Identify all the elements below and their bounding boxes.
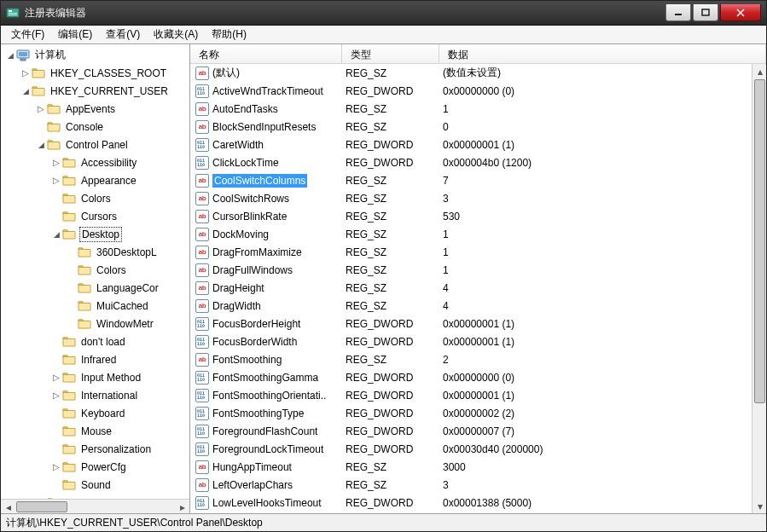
menu-help[interactable]: 帮助(H): [205, 26, 253, 43]
value-row[interactable]: 011110FontSmoothingOrientati..REG_DWORD0…: [190, 386, 766, 404]
tree-node[interactable]: 360DesktopL: [1, 243, 189, 261]
tree-node[interactable]: Colors: [1, 261, 189, 279]
scroll-right-arrow-icon[interactable]: ▸: [175, 500, 189, 513]
tree-node[interactable]: 计算机: [1, 46, 189, 64]
tree-node[interactable]: Appearance: [1, 171, 189, 189]
tree-node[interactable]: Accessibility: [1, 153, 189, 171]
tree-node[interactable]: Personalization: [1, 440, 189, 458]
expand-icon[interactable]: [50, 176, 62, 185]
value-row[interactable]: abBlockSendInputResetsREG_SZ0: [190, 118, 766, 136]
value-row[interactable]: 011110FocusBorderHeightREG_DWORD0x000000…: [190, 315, 766, 332]
value-type-cell: REG_SZ: [342, 228, 439, 240]
expand-icon[interactable]: [50, 462, 62, 471]
value-row[interactable]: abCursorBlinkRateREG_SZ530: [190, 207, 766, 225]
scroll-down-arrow-icon[interactable]: ▾: [752, 499, 766, 513]
svg-text:110: 110: [197, 395, 205, 400]
value-row[interactable]: 011110FocusBorderWidthREG_DWORD0x0000000…: [190, 332, 766, 350]
tree-node[interactable]: Desktop: [1, 225, 189, 243]
value-name-cell: abDragFromMaximize: [190, 246, 342, 259]
value-row[interactable]: 011110ClickLockTimeREG_DWORD0x000004b0 (…: [190, 153, 766, 171]
expand-icon[interactable]: [35, 104, 47, 113]
close-button[interactable]: [720, 4, 761, 21]
value-type-cell: REG_DWORD: [342, 390, 439, 402]
collapse-icon[interactable]: [4, 50, 16, 60]
collapse-icon[interactable]: [20, 86, 32, 95]
tree-node[interactable]: don't load: [1, 332, 189, 350]
binary-icon: 011110: [195, 138, 209, 152]
value-row[interactable]: abDragFullWindowsREG_SZ1: [190, 261, 766, 279]
scroll-left-arrow-icon[interactable]: ◂: [1, 500, 15, 513]
expand-icon[interactable]: [50, 390, 62, 400]
value-row[interactable]: 011110LowLevelHooksTimeoutREG_DWORD0x000…: [190, 494, 766, 512]
menu-file[interactable]: 文件(F): [4, 26, 51, 43]
tree-node[interactable]: LanguageCor: [1, 279, 189, 297]
tree-node[interactable]: Mouse: [1, 422, 189, 440]
scroll-thumb[interactable]: [754, 79, 765, 403]
value-row[interactable]: abCoolSwitchRowsREG_SZ3: [190, 189, 766, 207]
column-name[interactable]: 名称: [190, 44, 342, 63]
value-row[interactable]: abDragWidthREG_SZ4: [190, 297, 766, 315]
value-data-cell: 1: [439, 264, 766, 276]
collapse-icon[interactable]: [35, 140, 47, 149]
tree-node-label: HKEY_CLASSES_ROOT: [49, 66, 168, 80]
value-row[interactable]: 011110FontSmoothingTypeREG_DWORD0x000000…: [190, 404, 766, 422]
expand-icon[interactable]: [20, 68, 32, 78]
tree-node[interactable]: Input Method: [1, 368, 189, 386]
value-row[interactable]: 011110ActiveWndTrackTimeoutREG_DWORD0x00…: [190, 82, 766, 100]
value-data-cell: 4: [439, 282, 766, 294]
tree-node[interactable]: AppEvents: [1, 100, 189, 118]
tree-node[interactable]: Control Panel: [1, 136, 189, 153]
value-data-cell: 3: [439, 193, 766, 205]
tree-node[interactable]: MuiCached: [1, 297, 189, 315]
value-name-cell: 011110FontSmoothingType: [190, 407, 342, 420]
string-icon: ab: [195, 210, 209, 223]
value-row[interactable]: abDragFromMaximizeREG_SZ1: [190, 243, 766, 261]
folder-icon: [62, 478, 76, 492]
value-row[interactable]: ab(默认)REG_SZ(数值未设置): [190, 64, 766, 82]
value-row[interactable]: abCoolSwitchColumnsREG_SZ7: [190, 171, 766, 189]
tree-node[interactable]: Console: [1, 118, 189, 136]
tree-node[interactable]: HKEY_CURRENT_USER: [1, 82, 189, 100]
tree-node[interactable]: WindowMetr: [1, 315, 189, 332]
value-type-cell: REG_SZ: [342, 211, 439, 223]
tree-node[interactable]: Cursors: [1, 207, 189, 225]
tree-node[interactable]: Sound: [1, 476, 189, 494]
value-list[interactable]: ab(默认)REG_SZ(数值未设置)011110ActiveWndTrackT…: [190, 64, 766, 513]
titlebar[interactable]: 注册表编辑器: [1, 1, 766, 26]
menu-edit[interactable]: 编辑(E): [51, 26, 99, 43]
registry-tree[interactable]: 计算机HKEY_CLASSES_ROOTHKEY_CURRENT_USERApp…: [1, 44, 189, 499]
tree-horizontal-scrollbar[interactable]: ◂ ▸: [1, 499, 189, 513]
expand-icon[interactable]: [50, 158, 62, 167]
tree-node[interactable]: Colors: [1, 189, 189, 207]
tree-node[interactable]: HKEY_CLASSES_ROOT: [1, 64, 189, 82]
column-type[interactable]: 类型: [342, 44, 439, 63]
value-row[interactable]: abLeftOverlapCharsREG_SZ3: [190, 476, 766, 494]
scroll-thumb[interactable]: [16, 501, 67, 512]
tree-node[interactable]: PowerCfg: [1, 458, 189, 476]
value-row[interactable]: abFontSmoothingREG_SZ2: [190, 350, 766, 368]
value-row[interactable]: abHungAppTimeoutREG_SZ3000: [190, 458, 766, 476]
column-data[interactable]: 数据: [439, 44, 766, 63]
svg-rect-2: [9, 13, 17, 14]
value-row[interactable]: 011110ForegroundFlashCountREG_DWORD0x000…: [190, 422, 766, 440]
tree-node[interactable]: Infrared: [1, 350, 189, 368]
tree-node[interactable]: Keyboard: [1, 404, 189, 422]
value-row[interactable]: abDockMovingREG_SZ1: [190, 225, 766, 243]
maximize-button[interactable]: [693, 4, 718, 21]
tree-node-label: Sound: [79, 478, 113, 492]
folder-icon: [62, 425, 76, 438]
menu-favorites[interactable]: 收藏夹(A): [147, 26, 205, 43]
collapse-icon[interactable]: [50, 229, 62, 239]
list-vertical-scrollbar[interactable]: ▴ ▾: [752, 64, 766, 513]
tree-node[interactable]: International: [1, 386, 189, 404]
value-row[interactable]: 011110ForegroundLockTimeoutREG_DWORD0x00…: [190, 440, 766, 458]
scroll-up-arrow-icon[interactable]: ▴: [752, 64, 766, 78]
value-row[interactable]: abDragHeightREG_SZ4: [190, 279, 766, 297]
binary-icon: 011110: [195, 317, 209, 331]
menu-view[interactable]: 查看(V): [99, 26, 147, 43]
value-row[interactable]: 011110CaretWidthREG_DWORD0x00000001 (1): [190, 136, 766, 153]
value-row[interactable]: abAutoEndTasksREG_SZ1: [190, 100, 766, 118]
value-row[interactable]: 011110FontSmoothingGammaREG_DWORD0x00000…: [190, 368, 766, 386]
minimize-button[interactable]: [665, 4, 691, 21]
expand-icon[interactable]: [50, 373, 62, 382]
